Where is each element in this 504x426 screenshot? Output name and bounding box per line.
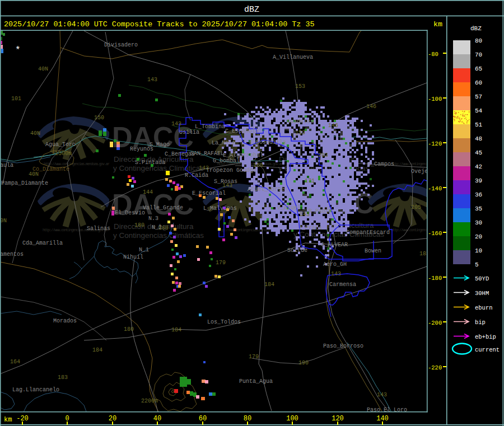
svg-text:2200m: 2200m bbox=[141, 398, 158, 404]
svg-text:G_bombal: G_bombal bbox=[213, 158, 240, 164]
svg-text:180: 180 bbox=[158, 225, 169, 231]
svg-text:km: km bbox=[4, 416, 12, 424]
svg-text:Oveje: Oveje bbox=[411, 168, 428, 175]
svg-text:km: km bbox=[433, 20, 442, 29]
svg-text:-100: -100 bbox=[428, 96, 442, 102]
svg-text:101: 101 bbox=[11, 96, 21, 102]
svg-text:39: 39 bbox=[475, 177, 482, 184]
svg-text:Cda_Amarilla: Cda_Amarilla bbox=[22, 240, 63, 246]
svg-text:R.Caida: R.Caida bbox=[185, 172, 208, 179]
svg-text:80: 80 bbox=[475, 38, 482, 44]
svg-text:80: 80 bbox=[244, 415, 251, 423]
svg-text:C_Benegas: C_Benegas bbox=[165, 151, 195, 157]
svg-text:El_Desvio: El_Desvio bbox=[115, 210, 145, 216]
svg-text:100: 100 bbox=[286, 415, 298, 423]
svg-text:54: 54 bbox=[475, 107, 483, 114]
svg-text:120: 120 bbox=[332, 415, 344, 423]
svg-text:146: 146 bbox=[328, 123, 338, 129]
svg-text:65: 65 bbox=[475, 65, 482, 72]
svg-text:42: 42 bbox=[475, 163, 482, 170]
svg-text:2025/10/27 01:04:00 UTC Compos: 2025/10/27 01:04:00 UTC Composite Tracks… bbox=[4, 20, 314, 29]
svg-text:bip: bip bbox=[475, 319, 486, 326]
svg-text:Usilia: Usilia bbox=[179, 129, 199, 135]
svg-text:140: 140 bbox=[376, 415, 389, 423]
svg-text:184: 184 bbox=[264, 282, 274, 288]
svg-text:Lag.Llancanelo: Lag.Llancanelo bbox=[12, 387, 59, 393]
svg-text:Valle_Grande: Valle_Grande bbox=[143, 205, 183, 211]
svg-text:Soitue: Soitue bbox=[287, 247, 307, 254]
svg-text:R_Padre: R_Padre bbox=[309, 208, 332, 214]
svg-text:180: 180 bbox=[134, 222, 144, 228]
svg-text:40N: 40N bbox=[38, 66, 48, 72]
svg-text:L_Tombina: L_Tombina bbox=[195, 124, 225, 130]
svg-text:35: 35 bbox=[475, 205, 482, 212]
svg-text:146: 146 bbox=[366, 104, 376, 110]
svg-text:dBZ: dBZ bbox=[470, 25, 482, 32]
svg-text:70: 70 bbox=[475, 52, 482, 58]
svg-text:dBZ: dBZ bbox=[244, 5, 259, 15]
svg-text:-200: -200 bbox=[428, 320, 442, 326]
svg-text:E_Bosquilla: E_Bosquilla bbox=[249, 139, 286, 146]
svg-text:60: 60 bbox=[199, 415, 207, 423]
svg-text:5: 5 bbox=[475, 261, 479, 268]
svg-text:20: 20 bbox=[109, 415, 116, 423]
svg-text:143: 143 bbox=[300, 212, 310, 218]
svg-text:143: 143 bbox=[147, 77, 157, 83]
svg-text:171: 171 bbox=[305, 178, 315, 184]
svg-text:184: 184 bbox=[92, 347, 102, 353]
svg-text:eburn: eburn bbox=[475, 305, 493, 311]
svg-text:Los_Toldos: Los_Toldos bbox=[207, 319, 241, 325]
svg-text:-80: -80 bbox=[428, 51, 438, 58]
svg-text:30HM: 30HM bbox=[475, 290, 489, 297]
svg-text:143: 143 bbox=[199, 165, 209, 171]
svg-text:40N: 40N bbox=[30, 130, 40, 137]
svg-text:-140: -140 bbox=[428, 185, 442, 192]
svg-text:36: 36 bbox=[475, 191, 482, 198]
svg-text:SAN_RAFAEL: SAN_RAFAEL bbox=[190, 151, 224, 157]
svg-text:-180: -180 bbox=[428, 275, 442, 282]
svg-text:Agua_Toro: Agua_Toro bbox=[45, 142, 76, 148]
svg-text:143: 143 bbox=[222, 182, 232, 189]
svg-text:20: 20 bbox=[475, 233, 482, 240]
svg-text:190: 190 bbox=[298, 360, 309, 366]
svg-text:-160: -160 bbox=[428, 230, 442, 237]
svg-text:eb+bip: eb+bip bbox=[475, 334, 496, 340]
svg-text:30: 30 bbox=[475, 219, 482, 226]
svg-text:10: 10 bbox=[475, 247, 482, 254]
svg-text:51: 51 bbox=[475, 121, 483, 128]
svg-text:60: 60 bbox=[475, 79, 482, 86]
svg-text:L_Malvinas: L_Malvinas bbox=[203, 205, 237, 212]
svg-text:153: 153 bbox=[295, 83, 305, 90]
svg-text:183: 183 bbox=[58, 374, 68, 381]
svg-text:203: 203 bbox=[318, 152, 328, 158]
svg-text:-220: -220 bbox=[428, 364, 442, 371]
svg-text:Divisadero: Divisadero bbox=[104, 42, 138, 48]
svg-text:144: 144 bbox=[143, 189, 153, 195]
svg-text:Punta_Agua: Punta_Agua bbox=[239, 378, 273, 385]
svg-text:50YD: 50YD bbox=[475, 275, 489, 282]
svg-text:160: 160 bbox=[253, 162, 263, 168]
svg-text:Paso_Borroso: Paso_Borroso bbox=[323, 343, 363, 349]
svg-text:164: 164 bbox=[10, 359, 20, 365]
svg-text:184: 184 bbox=[171, 327, 181, 333]
svg-text:Morados: Morados bbox=[53, 318, 77, 324]
svg-text:S_Mago: S_Mago bbox=[150, 142, 170, 148]
svg-text:A_Villanueva: A_Villanueva bbox=[273, 54, 313, 60]
svg-text:Guadales: Guadales bbox=[287, 119, 314, 125]
svg-text:La_Nora: La_Nora bbox=[212, 140, 235, 146]
svg-text:40N: 40N bbox=[0, 218, 7, 224]
svg-text:S.Pintada: S.Pintada bbox=[135, 160, 165, 166]
svg-text:Nihuil: Nihuil bbox=[123, 254, 143, 260]
svg-text:150: 150 bbox=[94, 115, 104, 121]
svg-text:Salinas: Salinas bbox=[87, 226, 110, 232]
svg-text:205: 205 bbox=[411, 204, 421, 210]
svg-text:aula: aula bbox=[0, 162, 13, 168]
svg-text:amentos: amentos bbox=[0, 251, 24, 258]
svg-text:N_1: N_1 bbox=[139, 247, 149, 253]
svg-text:CompantEscard: CompantEscard bbox=[346, 230, 390, 236]
svg-text:Carmensa: Carmensa bbox=[329, 282, 356, 288]
svg-text:143: 143 bbox=[377, 392, 387, 398]
svg-text:G_ALVEAR: G_ALVEAR bbox=[321, 242, 348, 248]
svg-text:180: 180 bbox=[124, 326, 134, 333]
svg-text:40: 40 bbox=[153, 415, 161, 423]
